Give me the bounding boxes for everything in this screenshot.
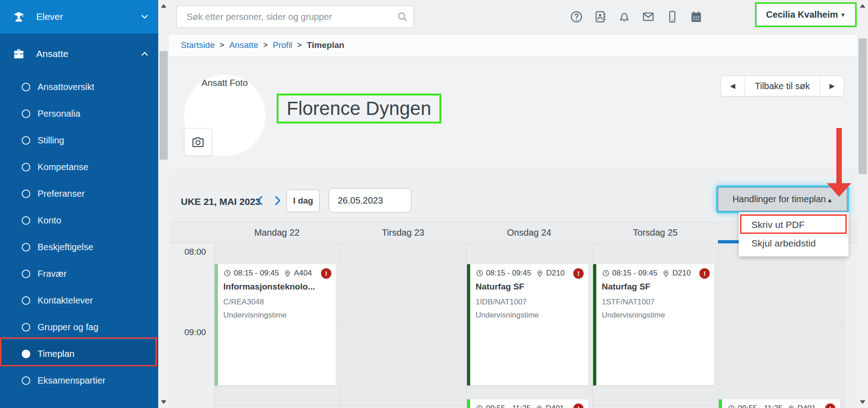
sidebar-item-label: Timeplan [38,349,75,359]
sidebar-section-label: Ansatte [36,48,140,59]
annotation-box-name: Florence Dyngen [277,94,441,123]
user-menu-button[interactable]: Cecilia Kvalheim ▼ [756,4,855,26]
search-input[interactable] [176,5,414,28]
radio-icon [22,350,30,358]
previous-week-button[interactable] [254,195,266,207]
sidebar-item-fravær[interactable]: Fravær [0,261,158,287]
scrollbar-down-icon[interactable] [161,400,166,404]
radio-icon [22,376,30,385]
location-pin-icon [787,404,795,408]
menu-item-skriv-ut-pdf[interactable]: Skriv ut PDF [739,215,849,234]
menu-item-skjul-arbeidstid[interactable]: Skjul arbeidstid [739,234,849,252]
event-card[interactable]: 08:15 - 09:45D210!Naturfag SF1IDB/NAT100… [467,264,588,385]
user-name: Cecilia Kvalheim [766,9,838,20]
sidebar-item-ansattoversikt[interactable]: Ansattoversikt [0,74,158,100]
search [176,5,414,28]
breadcrumb-link-profil[interactable]: Profil [273,40,292,50]
time-label-09-00: 09:00 [184,327,206,337]
breadcrumb-link-ansatte[interactable]: Ansatte [229,40,258,50]
search-icon[interactable] [396,11,408,23]
column-gridline [592,243,593,408]
annotation-box-menu-item [740,214,847,234]
scrollbar-thumb[interactable] [160,51,168,160]
sidebar-item-kompetanse[interactable]: Kompetanse [0,154,158,180]
profile-section: Ansatt Foto Florence Dyngen ◀ Tilbake ti… [169,57,857,171]
event-room: D210 [672,269,691,278]
date-input[interactable] [329,188,411,213]
event-activity: Undervisningstime [476,311,584,320]
location-pin-icon [283,269,292,277]
sidebar-scrollbar[interactable] [158,0,169,408]
clock-icon [602,269,610,277]
mobile-icon[interactable] [665,10,679,24]
back-to-search-button[interactable]: Tilbake til søk [745,76,820,96]
event-time: 08:15 - 09:45 [486,269,531,278]
event-header-row: 08:15 - 09:45A404! [223,268,331,279]
radio-icon [22,163,30,171]
sidebar-item-beskjeftigelse[interactable]: Beskjeftigelse [0,234,158,261]
radio-icon [22,270,30,278]
prev-person-button[interactable]: ◀ [721,76,745,96]
scrollbar-up-icon[interactable] [860,4,865,8]
event-room: D401 [797,404,816,408]
event-room: A404 [294,269,312,278]
sidebar-item-eksamenspartier[interactable]: Eksamenspartier [0,367,158,394]
scrollbar-thumb[interactable] [859,38,867,174]
event-card[interactable]: 08:15 - 09:45A404!Informasjonsteknolo...… [215,264,336,385]
next-person-button[interactable]: ▶ [820,76,844,96]
event-room: D210 [546,269,565,278]
sidebar-item-label: Eksamenspartier [38,375,105,386]
today-button[interactable]: I dag [287,190,320,212]
event-header-row: 08:15 - 09:45D210! [602,268,710,279]
column-gridline [844,243,844,408]
day-header-torsdag-25: Torsdag 25 [592,222,718,243]
sidebar-item-label: Grupper og fag [38,322,99,332]
radio-icon [22,216,30,225]
change-photo-button[interactable] [184,128,212,156]
sidebar-item-label: Konto [38,215,61,226]
timetable-grid: 08:0009:0008:15 - 09:45A404!Informasjons… [169,243,857,408]
clock-icon [727,404,736,408]
radio-icon [22,323,30,332]
clock-icon [476,404,484,408]
column-gridline [466,243,467,408]
alert-badge: ! [321,268,331,279]
main-scrollbar[interactable] [857,0,868,408]
day-header-mandag-22: Mandag 22 [214,222,340,243]
caret-up-icon: ▲ [827,197,833,204]
event-room: D401 [546,404,564,408]
notifications-icon[interactable] [618,10,631,24]
column-gridline [340,243,340,408]
sidebar-item-kontaktelever[interactable]: Kontaktelever [0,287,158,314]
sidebar-section-elever[interactable]: Elever [0,0,158,33]
chevron-down-icon [140,12,149,21]
sidebar-item-konto[interactable]: Konto [0,207,158,234]
scrollbar-down-icon[interactable] [860,400,865,404]
annotation-arrow [836,128,842,184]
student-icon [13,11,25,23]
help-icon[interactable] [570,10,583,24]
sidebar-section-ansatte[interactable]: Ansatte [0,42,158,66]
event-card[interactable]: 09:55 - 11:25D401! [467,399,588,408]
sidebar-item-label: Beskjeftigelse [38,242,93,252]
radio-icon [22,243,30,251]
page-title: Florence Dyngen [287,98,431,119]
sidebar-item-label: Kontaktelever [38,295,93,306]
radio-icon [22,296,30,305]
sidebar: Elever Ansatte AnsattoversiktPersonaliaS… [0,0,158,408]
event-card[interactable]: 08:15 - 09:45D210!Naturfag SF1STF/NAT100… [593,264,714,385]
contacts-icon[interactable] [594,10,607,24]
sidebar-item-timeplan[interactable]: Timeplan [0,341,158,367]
event-card[interactable]: 09:55 - 11:25D401! [719,399,840,408]
sidebar-item-preferanser[interactable]: Preferanser [0,180,158,207]
sidebar-item-stilling[interactable]: Stilling [0,127,158,154]
alert-badge: ! [699,268,710,279]
scrollbar-up-icon[interactable] [161,4,166,8]
sidebar-item-label: Fravær [38,269,66,279]
calendar-icon[interactable] [689,10,703,24]
messages-icon[interactable] [642,10,655,24]
sidebar-item-grupper-og-fag[interactable]: Grupper og fag [0,314,158,341]
sidebar-item-personalia[interactable]: Personalia [0,100,158,127]
breadcrumb-link-startside[interactable]: Startside [181,40,215,50]
next-week-button[interactable] [271,195,283,207]
